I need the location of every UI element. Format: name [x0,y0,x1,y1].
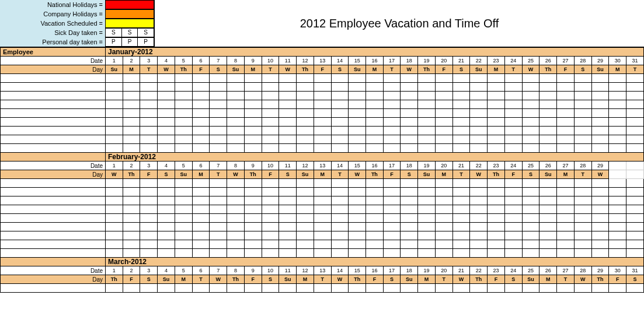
data-cell[interactable] [574,135,591,144]
data-cell[interactable] [366,92,384,100]
data-cell[interactable] [210,188,227,196]
data-cell[interactable] [158,135,175,144]
data-cell[interactable] [522,109,539,118]
data-cell[interactable] [227,109,245,118]
data-cell[interactable] [626,74,644,83]
data-cell[interactable] [279,92,297,100]
data-cell[interactable] [366,249,384,258]
date-cell[interactable]: 17 [383,57,401,65]
data-cell[interactable] [279,188,297,196]
data-cell[interactable] [158,223,175,231]
data-cell[interactable] [106,214,123,223]
data-cell[interactable] [192,127,210,135]
data-cell[interactable] [488,74,505,83]
data-cell[interactable] [366,179,384,188]
date-cell[interactable]: 29 [591,266,609,275]
date-cell[interactable]: 4 [158,162,175,170]
data-cell[interactable] [158,83,175,92]
data-cell[interactable] [574,284,591,293]
data-cell[interactable] [158,144,175,153]
data-cell[interactable] [626,135,644,144]
data-cell[interactable] [227,92,245,100]
data-cell[interactable] [279,249,297,258]
date-cell[interactable]: 7 [210,162,227,170]
data-cell[interactable] [314,74,331,83]
data-cell[interactable] [123,127,140,135]
data-cell[interactable] [401,188,418,196]
data-cell[interactable] [539,179,557,188]
date-cell[interactable]: 12 [297,162,314,170]
data-cell[interactable] [488,135,505,144]
data-cell[interactable] [123,223,140,231]
data-cell[interactable] [297,179,314,188]
data-cell[interactable] [401,284,418,293]
date-cell[interactable]: 27 [557,57,575,65]
data-cell[interactable] [331,127,349,135]
date-cell[interactable]: 10 [262,162,279,170]
date-cell[interactable]: 14 [331,162,349,170]
data-cell[interactable] [488,196,505,205]
data-cell[interactable] [539,100,557,109]
date-cell[interactable]: 27 [557,162,575,170]
data-cell[interactable] [279,100,297,109]
data-cell[interactable] [626,83,644,92]
data-cell[interactable] [626,127,644,135]
data-cell[interactable] [331,284,349,293]
data-cell[interactable] [279,127,297,135]
data-cell[interactable] [297,92,314,100]
data-cell[interactable] [609,223,626,231]
data-cell[interactable] [522,284,539,293]
data-cell[interactable] [106,74,123,83]
data-cell[interactable] [123,100,140,109]
data-cell[interactable] [504,188,522,196]
date-cell[interactable]: 8 [227,57,245,65]
data-cell[interactable] [244,118,262,127]
date-cell[interactable]: 8 [227,266,245,275]
date-cell[interactable]: 5 [175,57,192,65]
data-cell[interactable] [522,231,539,240]
data-cell[interactable] [383,135,401,144]
data-cell[interactable] [557,100,575,109]
data-cell[interactable] [244,284,262,293]
data-cell[interactable] [452,223,470,231]
data-cell[interactable] [210,231,227,240]
data-cell[interactable] [418,74,436,83]
date-cell[interactable]: 25 [522,57,539,65]
date-cell[interactable]: 15 [349,266,366,275]
data-cell[interactable] [626,249,644,258]
data-cell[interactable] [452,135,470,144]
data-cell[interactable] [435,135,452,144]
data-cell[interactable] [297,188,314,196]
data-cell[interactable] [262,83,279,92]
data-cell[interactable] [401,179,418,188]
data-cell[interactable] [331,179,349,188]
data-cell[interactable] [140,127,158,135]
data-cell[interactable] [488,240,505,249]
data-cell[interactable] [123,205,140,214]
data-cell[interactable] [539,205,557,214]
data-cell[interactable] [418,196,436,205]
data-cell[interactable] [262,109,279,118]
data-cell[interactable] [574,214,591,223]
data-cell[interactable] [470,118,488,127]
data-cell[interactable] [435,144,452,153]
date-cell[interactable]: 18 [401,266,418,275]
employee-cell[interactable] [1,284,106,293]
data-cell[interactable] [504,100,522,109]
data-cell[interactable] [435,205,452,214]
data-cell[interactable] [279,205,297,214]
data-cell[interactable] [522,118,539,127]
employee-cell[interactable] [1,240,106,249]
data-cell[interactable] [123,214,140,223]
data-cell[interactable] [470,196,488,205]
data-cell[interactable] [349,214,366,223]
data-cell[interactable] [609,249,626,258]
data-cell[interactable] [366,83,384,92]
employee-cell[interactable] [1,109,106,118]
employee-cell[interactable] [1,83,106,92]
data-cell[interactable] [401,74,418,83]
date-cell[interactable]: 10 [262,57,279,65]
data-cell[interactable] [488,127,505,135]
data-cell[interactable] [349,92,366,100]
data-cell[interactable] [175,188,192,196]
